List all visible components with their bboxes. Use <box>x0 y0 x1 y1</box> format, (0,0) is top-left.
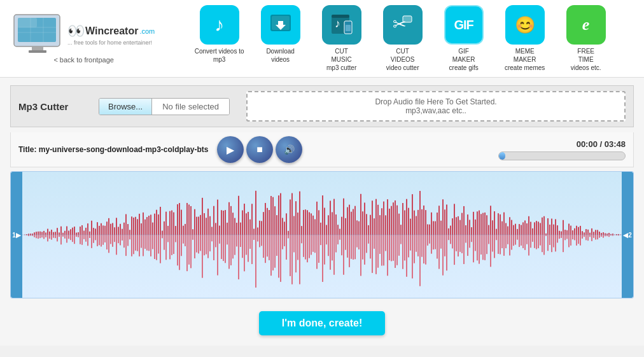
playback-row: Title: my-universe-song-download-mp3-col… <box>10 132 634 167</box>
waveform-handle-left[interactable]: 1▶ <box>11 172 22 298</box>
done-button[interactable]: I'm done, create! <box>259 311 386 335</box>
nav-item-meme-maker[interactable]: 😊 MEMEMAKERcreate memes <box>496 5 554 72</box>
header: 👀 Wincreator.com ... free tools for home… <box>0 0 644 78</box>
controls: ▶ ■ 🔊 <box>217 136 302 163</box>
time-section: 00:00 / 03:48 <box>310 139 626 160</box>
svg-rect-19 <box>403 16 412 22</box>
nav-icon-gif-maker: GIF <box>444 5 484 45</box>
nav-item-convert-mp3[interactable]: ♪ Convert videos to mp3 <box>191 5 248 64</box>
main-content: Mp3 Cutter Browse... No file selected Dr… <box>0 78 644 346</box>
tagline: ... free tools for home entertainer! <box>67 39 152 46</box>
cut-music-icon: ♪ <box>330 13 353 36</box>
scissors-icon: ✂ <box>391 13 414 36</box>
download-icon <box>269 13 292 36</box>
drop-zone[interactable]: Drop Audio file Here To Get Started. mp3… <box>246 91 626 122</box>
nav-label-convert-mp3: Convert videos to mp3 <box>191 47 248 64</box>
logo-eyes-icon: 👀 <box>67 23 84 39</box>
browse-section: Browse... No file selected <box>99 98 230 115</box>
nav-item-cut-videos[interactable]: ✂ CUTVIDEOSvideo cutter <box>374 5 431 72</box>
brand-suffix: .com <box>139 27 155 35</box>
waveform-canvas <box>22 172 622 298</box>
nav-item-download-videos[interactable]: Downloadvideos <box>252 5 309 64</box>
brand-name: Wincreator <box>85 25 138 37</box>
nav-icon-free-time: e <box>566 5 606 45</box>
waveform-handle-right[interactable]: ◀2 <box>622 172 633 298</box>
nav-label-cut-music: CUTMUSICmp3 cutter <box>326 47 356 72</box>
play-button[interactable]: ▶ <box>217 136 244 163</box>
svg-rect-2 <box>18 18 37 27</box>
nav-icon-meme-maker: 😊 <box>505 5 545 45</box>
cutter-row: Mp3 Cutter Browse... No file selected Dr… <box>10 85 634 127</box>
nav-item-gif-maker[interactable]: GIF GIFMAKERcreate gifs <box>435 5 493 72</box>
cutter-label: Mp3 Cutter <box>18 101 88 112</box>
progress-fill <box>499 152 505 160</box>
nav-label-cut-videos: CUTVIDEOSvideo cutter <box>386 47 419 72</box>
stop-button[interactable]: ■ <box>246 136 273 163</box>
logo-monitor-icon <box>13 13 64 55</box>
browse-button[interactable]: Browse... <box>99 99 152 115</box>
volume-button[interactable]: 🔊 <box>276 136 302 163</box>
time-display: 00:00 / 03:48 <box>577 139 626 149</box>
nav-label-gif-maker: GIFMAKERcreate gifs <box>449 47 479 72</box>
back-link[interactable]: < back to frontpage <box>53 56 113 64</box>
nav-label-download-videos: Downloadvideos <box>266 47 294 64</box>
progress-bar[interactable] <box>498 151 626 160</box>
nav-item-free-time[interactable]: e FREETIMEvideos etc. <box>557 5 615 72</box>
svg-rect-7 <box>32 46 43 50</box>
nav-icons: ♪ Convert videos to mp3 Downloadvideos <box>174 5 631 72</box>
nav-item-cut-music[interactable]: ♪ CUTMUSICmp3 cutter <box>313 5 370 72</box>
svg-text:♪: ♪ <box>335 17 340 30</box>
waveform-container[interactable]: 1▶ ◀2 <box>10 171 634 298</box>
logo-section: 👀 Wincreator.com ... free tools for home… <box>13 13 155 64</box>
nav-icon-cut-music: ♪ <box>322 5 361 45</box>
svg-rect-12 <box>278 21 283 26</box>
nav-icon-cut-videos: ✂ <box>383 5 423 45</box>
track-title: Title: my-universe-song-download-mp3-col… <box>18 145 209 154</box>
nav-icon-convert-mp3: ♪ <box>200 5 239 45</box>
svg-rect-17 <box>346 25 351 31</box>
nav-icon-download-videos <box>261 5 300 45</box>
nav-label-free-time: FREETIMEvideos etc. <box>571 47 601 72</box>
svg-rect-8 <box>29 50 46 53</box>
drop-zone-line1: Drop Audio file Here To Get Started. <box>255 97 617 106</box>
done-section: I'm done, create! <box>10 305 634 338</box>
drop-zone-line2: mp3,wav,aac etc.. <box>255 106 617 115</box>
no-file-text: No file selected <box>152 99 229 115</box>
handle-right-label: ◀2 <box>623 232 632 239</box>
nav-label-meme-maker: MEMEMAKERcreate memes <box>505 47 545 72</box>
handle-left-label: 1▶ <box>12 232 21 239</box>
